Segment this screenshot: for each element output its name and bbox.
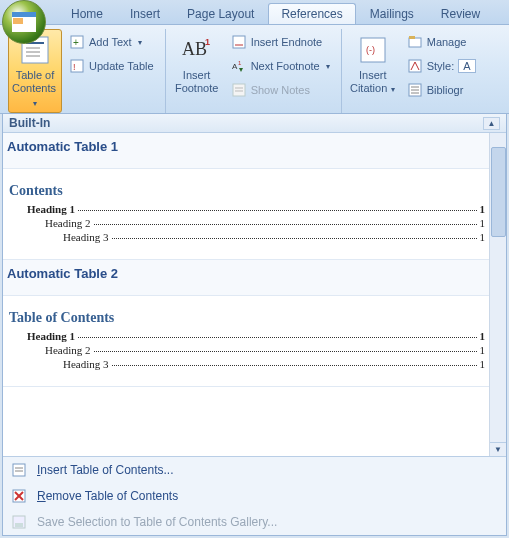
toc-row-page: 1 (480, 344, 486, 356)
preview-contents-heading: Contents (9, 183, 485, 199)
save-gallery-label: Save Selection to Table of Contents Gall… (37, 515, 277, 529)
add-text-icon: + (69, 34, 85, 50)
style-icon (407, 58, 423, 74)
toc-row-page: 1 (480, 358, 486, 370)
svg-text:AB: AB (182, 39, 207, 59)
insert-citation-label-2: Citation (350, 82, 387, 94)
manage-label: Manage (427, 36, 467, 48)
tab-insert[interactable]: Insert (117, 3, 173, 24)
toc-row-page: 1 (480, 217, 486, 229)
gallery-scrollbar[interactable]: ▼ (489, 133, 506, 456)
svg-rect-15 (233, 84, 245, 96)
gallery-category-header: Built-In ▲ (3, 114, 506, 133)
toc-label-2: Contents (12, 82, 56, 94)
remove-toc-menu-item[interactable]: Remove Table of Contents (3, 483, 506, 509)
svg-rect-34 (15, 523, 23, 527)
toc-row-page: 1 (480, 330, 486, 342)
svg-rect-21 (409, 36, 415, 39)
bibliography-label: Bibliogr (427, 84, 464, 96)
toc-row: Heading 11 (9, 330, 485, 342)
toc-row-page: 1 (480, 203, 486, 215)
insert-footnote-label-2: Footnote (175, 82, 218, 95)
preview-title: Automatic Table 1 (3, 133, 489, 169)
toc-leader-dots (94, 224, 477, 225)
insert-toc-label: Insert Table of Contents... (37, 463, 174, 477)
svg-text:1: 1 (238, 60, 242, 66)
next-footnote-button[interactable]: A1 Next Footnote ▾ (226, 55, 335, 77)
save-toc-gallery-menu-item: Save Selection to Table of Contents Gall… (3, 509, 506, 535)
scrollbar-thumb[interactable] (491, 147, 506, 237)
insert-endnote-button[interactable]: Insert Endnote (226, 31, 335, 53)
insert-citation-button[interactable]: (-) Insert Citation ▾ (346, 29, 400, 111)
toc-row: Heading 21 (9, 344, 485, 356)
bibliography-icon (407, 82, 423, 98)
chevron-down-icon: ▾ (326, 62, 330, 71)
toc-label-1: Table of (16, 69, 55, 82)
update-table-button[interactable]: ! Update Table (64, 55, 159, 77)
insert-footnote-label-1: Insert (183, 69, 211, 82)
tab-mailings[interactable]: Mailings (357, 3, 427, 24)
tab-home[interactable]: Home (58, 3, 116, 24)
office-button[interactable] (2, 0, 46, 44)
toc-leader-dots (78, 210, 477, 211)
toc-row-label: Heading 1 (27, 330, 75, 342)
toc-row-label: Heading 2 (45, 344, 91, 356)
group-citations: (-) Insert Citation ▾ Manage Style: A Bi… (342, 29, 487, 113)
update-table-label: Update Table (89, 60, 154, 72)
chevron-down-icon: ▾ (389, 85, 395, 94)
ribbon: Table of Contents ▾ + Add Text ▾ ! Updat… (0, 24, 509, 114)
tab-review[interactable]: Review (428, 3, 493, 24)
toc-row-label: Heading 2 (45, 217, 91, 229)
scroll-down-button[interactable]: ▼ (490, 442, 506, 456)
insert-toc-menu-item[interactable]: Insert Table of Contents... (3, 457, 506, 483)
insert-endnote-label: Insert Endnote (251, 36, 323, 48)
show-notes-icon (231, 82, 247, 98)
toc-preview-item[interactable]: Table of ContentsHeading 11Heading 21Hea… (3, 310, 489, 387)
gallery-category-label: Built-In (9, 116, 50, 130)
next-footnote-label: Next Footnote (251, 60, 320, 72)
update-table-icon: ! (69, 58, 85, 74)
toc-row: Heading 31 (9, 358, 485, 370)
add-text-button[interactable]: + Add Text ▾ (64, 31, 159, 53)
svg-rect-20 (409, 38, 421, 47)
remove-toc-icon (11, 488, 27, 504)
manage-sources-icon (407, 34, 423, 50)
svg-text:1: 1 (205, 37, 210, 47)
office-logo-icon (12, 12, 36, 32)
preview-title: Automatic Table 2 (3, 260, 489, 296)
toc-leader-dots (78, 337, 477, 338)
toc-row-label: Heading 3 (63, 358, 109, 370)
svg-text:!: ! (73, 62, 76, 72)
save-gallery-icon (11, 514, 27, 530)
insert-endnote-icon (231, 34, 247, 50)
toc-gallery-dropdown: Built-In ▲ Automatic Table 1ContentsHead… (2, 113, 507, 536)
toc-row-label: Heading 3 (63, 231, 109, 243)
preview-contents-heading: Table of Contents (9, 310, 485, 326)
show-notes-button[interactable]: Show Notes (226, 79, 335, 101)
toc-leader-dots (112, 365, 477, 366)
insert-footnote-button[interactable]: AB1 Insert Footnote (170, 29, 224, 111)
insert-toc-icon (11, 462, 27, 478)
chevron-down-icon: ▾ (33, 99, 37, 108)
toc-row: Heading 31 (9, 231, 485, 243)
next-footnote-icon: A1 (231, 58, 247, 74)
style-selector[interactable]: Style: A (402, 55, 481, 77)
toc-row-page: 1 (480, 231, 486, 243)
gallery-area: Automatic Table 1ContentsHeading 11Headi… (3, 133, 506, 456)
bibliography-button[interactable]: Bibliogr (402, 79, 481, 101)
style-label: Style: (427, 60, 455, 72)
scroll-up-button[interactable]: ▲ (483, 117, 500, 130)
svg-rect-11 (233, 36, 245, 48)
insert-citation-label-1: Insert (359, 69, 387, 82)
tab-page-layout[interactable]: Page Layout (174, 3, 267, 24)
svg-text:+: + (73, 37, 79, 48)
manage-sources-button[interactable]: Manage (402, 31, 481, 53)
style-value[interactable]: A (458, 59, 475, 73)
toc-preview-item[interactable]: ContentsHeading 11Heading 21Heading 31 (3, 183, 489, 260)
toc-leader-dots (112, 238, 477, 239)
chevron-down-icon: ▾ (138, 38, 142, 47)
gallery-footer: Insert Table of Contents... Remove Table… (3, 456, 506, 535)
toc-row: Heading 21 (9, 217, 485, 229)
insert-footnote-icon: AB1 (181, 34, 213, 66)
tab-references[interactable]: References (268, 3, 355, 24)
